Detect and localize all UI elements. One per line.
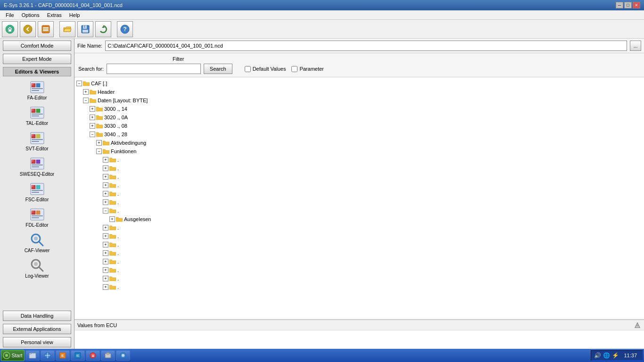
tree-node-header[interactable]: + Header bbox=[74, 88, 644, 96]
back-button[interactable] bbox=[20, 21, 36, 37]
minimize-button[interactable]: ─ bbox=[616, 2, 623, 8]
3000-expander[interactable]: + bbox=[90, 106, 95, 112]
tree-node-f5[interactable]: + . bbox=[74, 189, 644, 198]
taskbar-app3[interactable]: 🖥 bbox=[86, 350, 100, 361]
home-button[interactable] bbox=[2, 21, 18, 37]
tools-button[interactable] bbox=[38, 21, 54, 37]
maximize-button[interactable]: □ bbox=[624, 2, 632, 8]
open-button[interactable] bbox=[59, 21, 75, 37]
tray-icon-1: 🔊 bbox=[594, 352, 601, 359]
taskbar-app4[interactable] bbox=[101, 350, 115, 361]
3040-expander[interactable]: − bbox=[90, 132, 95, 137]
filename-input[interactable] bbox=[105, 41, 627, 51]
sidebar-item-tal-editor[interactable]: TAL-Editor bbox=[2, 103, 72, 128]
expert-mode-button[interactable]: Expert Mode bbox=[3, 54, 71, 64]
f4-expander[interactable]: + bbox=[103, 182, 108, 188]
tree-node-3020[interactable]: + 3020 ., 0A bbox=[74, 113, 644, 122]
f11-expander[interactable]: + bbox=[103, 250, 108, 256]
tree-node-ausgelesen[interactable]: + Ausgelesen bbox=[74, 215, 644, 223]
external-applications-button[interactable]: External Applications bbox=[3, 324, 71, 334]
tree-node-f2[interactable]: + . bbox=[74, 164, 644, 173]
search-input[interactable] bbox=[107, 64, 201, 74]
comfort-mode-button[interactable]: Comfort Mode bbox=[3, 41, 71, 51]
save-button[interactable] bbox=[77, 21, 93, 37]
f9-expander[interactable]: + bbox=[103, 233, 108, 239]
tree-node-funktionen[interactable]: − Funktionen bbox=[74, 147, 644, 156]
f15-expander[interactable]: + bbox=[103, 284, 108, 290]
f14-expander[interactable]: + bbox=[103, 276, 108, 281]
tree-node-f1[interactable]: + . bbox=[74, 156, 644, 164]
3030-expander[interactable]: + bbox=[90, 123, 95, 129]
svg-point-2 bbox=[24, 25, 32, 33]
data-handling-button[interactable]: Data Handling bbox=[3, 311, 71, 321]
menu-options[interactable]: Options bbox=[18, 11, 43, 19]
default-values-checkbox[interactable] bbox=[245, 66, 251, 72]
tree-node-daten[interactable]: − Daten [Layout: BYTE] bbox=[74, 96, 644, 105]
tree-node-3040[interactable]: − 3040 ., 28 bbox=[74, 130, 644, 139]
taskbar-app1[interactable]: E bbox=[56, 350, 70, 361]
tree-node-f12[interactable]: + . bbox=[74, 257, 644, 266]
taskbar-browser[interactable] bbox=[41, 350, 55, 361]
tree-node-caf[interactable]: − CAF [.] bbox=[74, 79, 644, 88]
tree-node-3000[interactable]: + 3000 ., 14 bbox=[74, 105, 644, 113]
tree-node-f11[interactable]: + . bbox=[74, 249, 644, 257]
f5-folder-icon bbox=[109, 191, 116, 197]
sidebar-item-fa-editor[interactable]: FA-Editor bbox=[2, 78, 72, 102]
help-button[interactable]: ? bbox=[117, 21, 133, 37]
tree-node-f9[interactable]: + . bbox=[74, 232, 644, 240]
f12-expander[interactable]: + bbox=[103, 259, 108, 264]
menu-extras[interactable]: Extras bbox=[43, 11, 66, 19]
tree-area[interactable]: − CAF [.] + Header − bbox=[74, 77, 644, 320]
aktivbedingung-expander[interactable]: + bbox=[96, 140, 102, 146]
taskbar-app2[interactable]: IE bbox=[71, 350, 85, 361]
sidebar-item-caf-viewer[interactable]: CAF-Viewer bbox=[2, 230, 72, 255]
3020-expander[interactable]: + bbox=[90, 115, 95, 120]
tree-node-f3[interactable]: + . bbox=[74, 173, 644, 181]
start-button[interactable]: Start bbox=[1, 350, 25, 361]
sidebar-item-svt-editor[interactable]: SVT-Editor bbox=[2, 129, 72, 153]
tree-node-f6[interactable]: + . bbox=[74, 198, 644, 206]
start-label: Start bbox=[11, 353, 22, 358]
tree-node-f14[interactable]: + . bbox=[74, 274, 644, 283]
menu-help[interactable]: Help bbox=[66, 11, 84, 19]
menu-file[interactable]: File bbox=[2, 11, 18, 19]
tree-node-f13[interactable]: + . bbox=[74, 266, 644, 274]
caf-expander[interactable]: − bbox=[76, 81, 82, 86]
filename-browse-button[interactable]: ... bbox=[630, 41, 641, 51]
taskbar-file-manager[interactable] bbox=[25, 350, 40, 361]
daten-expander[interactable]: − bbox=[83, 98, 89, 103]
close-button[interactable]: ✕ bbox=[633, 2, 640, 8]
search-button[interactable]: Search bbox=[204, 64, 232, 74]
personal-view-button[interactable]: Personal view bbox=[3, 337, 71, 347]
f5-label: . bbox=[117, 191, 119, 197]
tree-node-f8[interactable]: + . bbox=[74, 223, 644, 232]
tree-node-aktivbedingung[interactable]: + Aktivbedingung bbox=[74, 139, 644, 147]
funktionen-expander[interactable]: − bbox=[96, 148, 102, 154]
content-area: File Name: ... Filter Search for: Search… bbox=[74, 39, 644, 349]
sidebar-item-fsc-editor[interactable]: FSC-Editor bbox=[2, 180, 72, 204]
f5-expander[interactable]: + bbox=[103, 191, 108, 197]
sidebar-item-sweseq-editor[interactable]: SWESEQ-Editor bbox=[2, 154, 72, 179]
sidebar-item-fdl-editor[interactable]: FDL-Editor bbox=[2, 205, 72, 230]
f8-expander[interactable]: + bbox=[103, 225, 108, 230]
refresh-button[interactable] bbox=[95, 21, 111, 37]
tree-node-f15[interactable]: + . bbox=[74, 283, 644, 291]
ausgelesen-expander[interactable]: + bbox=[109, 216, 115, 222]
f6-expander[interactable]: + bbox=[103, 199, 108, 205]
header-expander[interactable]: + bbox=[83, 89, 89, 95]
f1-expander[interactable]: + bbox=[103, 157, 108, 163]
f13-expander[interactable]: + bbox=[103, 267, 108, 273]
parameter-checkbox[interactable] bbox=[291, 66, 297, 72]
values-icon[interactable] bbox=[634, 321, 641, 329]
tree-node-f4[interactable]: + . bbox=[74, 181, 644, 189]
f2-expander[interactable]: + bbox=[103, 165, 108, 171]
taskbar: Start E IE 🖥 bbox=[0, 349, 644, 362]
taskbar-app5[interactable] bbox=[116, 350, 130, 361]
tree-node-3030[interactable]: + 3030 ., 08 bbox=[74, 122, 644, 130]
f3-expander[interactable]: + bbox=[103, 174, 108, 180]
tree-node-f7[interactable]: − . bbox=[74, 206, 644, 215]
tree-node-f10[interactable]: + . bbox=[74, 240, 644, 249]
f7-expander[interactable]: − bbox=[103, 208, 108, 214]
f10-expander[interactable]: + bbox=[103, 242, 108, 247]
sidebar-item-log-viewer[interactable]: Log-Viewer bbox=[2, 256, 72, 280]
